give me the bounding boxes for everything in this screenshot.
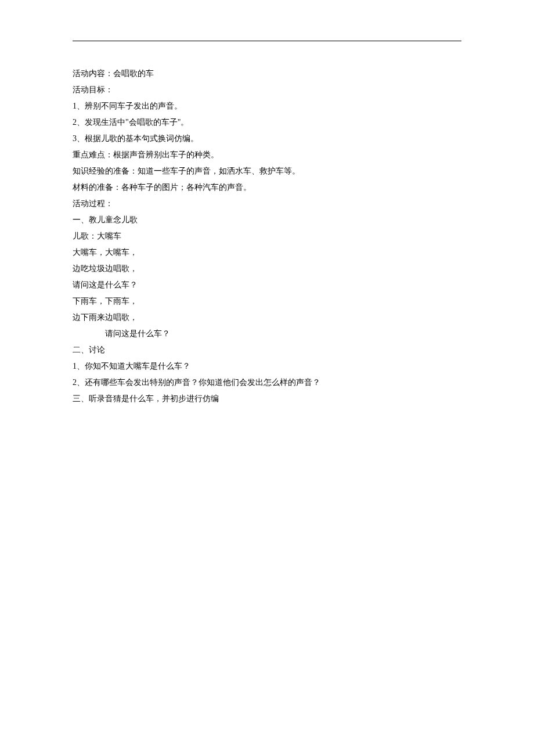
text-line: 知识经验的准备：知道一些车子的声音，如洒水车、救护车等。 xyxy=(73,163,461,179)
text-line: 活动目标： xyxy=(73,82,461,98)
text-line: 1、辨别不同车子发出的声音。 xyxy=(73,98,461,114)
document-page: 活动内容：会唱歌的车活动目标：1、辨别不同车子发出的声音。2、发现生活中"会唱歌… xyxy=(0,0,534,407)
text-line: 请问这是什么车？ xyxy=(73,326,461,342)
text-line: 2、还有哪些车会发出特别的声音？你知道他们会发出怎么样的声音？ xyxy=(73,375,461,391)
text-line: 材料的准备：各种车子的图片；各种汽车的声音。 xyxy=(73,179,461,196)
text-line: 边吃垃圾边唱歌， xyxy=(73,261,461,277)
text-line: 1、你知不知道大嘴车是什么车？ xyxy=(73,358,461,375)
text-line: 活动内容：会唱歌的车 xyxy=(73,66,461,82)
horizontal-rule xyxy=(73,41,461,41)
text-line: 请问这是什么车？ xyxy=(73,277,461,293)
text-line: 下雨车，下雨车， xyxy=(73,293,461,309)
text-line: 3、根据儿歌的基本句式换词仿编。 xyxy=(73,131,461,147)
document-content: 活动内容：会唱歌的车活动目标：1、辨别不同车子发出的声音。2、发现生活中"会唱歌… xyxy=(73,66,461,407)
text-line: 活动过程： xyxy=(73,196,461,212)
text-line: 2、发现生活中"会唱歌的车子"。 xyxy=(73,114,461,131)
text-line: 大嘴车，大嘴车， xyxy=(73,244,461,261)
text-line: 边下雨来边唱歌， xyxy=(73,309,461,326)
text-line: 三、听录音猜是什么车，并初步进行仿编 xyxy=(73,391,461,407)
text-line: 儿歌：大嘴车 xyxy=(73,228,461,244)
text-line: 一、教儿童念儿歌 xyxy=(73,212,461,228)
text-line: 二、讨论 xyxy=(73,342,461,358)
text-line: 重点难点：根据声音辨别出车子的种类。 xyxy=(73,147,461,163)
